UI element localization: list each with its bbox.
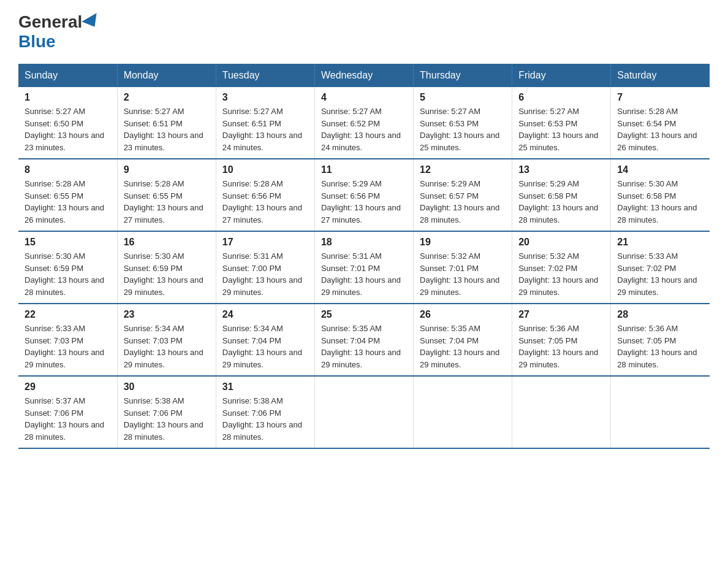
day-info: Sunrise: 5:32 AMSunset: 7:01 PMDaylight:… <box>420 250 506 298</box>
day-info: Sunrise: 5:32 AMSunset: 7:02 PMDaylight:… <box>518 250 604 298</box>
day-number: 11 <box>321 164 407 175</box>
calendar-cell: 31 Sunrise: 5:38 AMSunset: 7:06 PMDaylig… <box>216 376 314 448</box>
day-info: Sunrise: 5:35 AMSunset: 7:04 PMDaylight:… <box>420 323 506 370</box>
day-number: 26 <box>420 309 506 320</box>
day-number: 16 <box>124 237 210 248</box>
day-number: 5 <box>420 92 506 103</box>
day-number: 21 <box>617 237 703 248</box>
day-number: 4 <box>321 92 407 103</box>
calendar-cell: 18 Sunrise: 5:31 AMSunset: 7:01 PMDaylig… <box>314 231 413 304</box>
calendar-week-row: 15 Sunrise: 5:30 AMSunset: 6:59 PMDaylig… <box>18 231 710 304</box>
calendar-cell: 21 Sunrise: 5:33 AMSunset: 7:02 PMDaylig… <box>611 231 710 304</box>
calendar-table: SundayMondayTuesdayWednesdayThursdayFrid… <box>18 64 710 449</box>
calendar-cell: 23 Sunrise: 5:34 AMSunset: 7:03 PMDaylig… <box>117 304 216 376</box>
calendar-cell: 29 Sunrise: 5:37 AMSunset: 7:06 PMDaylig… <box>18 376 117 448</box>
day-number: 3 <box>222 92 308 103</box>
day-number: 7 <box>617 92 703 103</box>
page-header: General Blue <box>18 12 710 52</box>
day-number: 18 <box>321 237 407 248</box>
calendar-cell: 5 Sunrise: 5:27 AMSunset: 6:53 PMDayligh… <box>414 87 512 159</box>
day-info: Sunrise: 5:33 AMSunset: 7:03 PMDaylight:… <box>25 323 111 370</box>
calendar-week-row: 22 Sunrise: 5:33 AMSunset: 7:03 PMDaylig… <box>18 304 710 376</box>
calendar-header: SundayMondayTuesdayWednesdayThursdayFrid… <box>18 64 710 87</box>
calendar-cell: 26 Sunrise: 5:35 AMSunset: 7:04 PMDaylig… <box>414 304 512 376</box>
calendar-cell: 20 Sunrise: 5:32 AMSunset: 7:02 PMDaylig… <box>512 231 611 304</box>
weekday-header-row: SundayMondayTuesdayWednesdayThursdayFrid… <box>18 64 710 87</box>
calendar-cell: 14 Sunrise: 5:30 AMSunset: 6:58 PMDaylig… <box>611 159 710 231</box>
day-number: 10 <box>222 164 308 175</box>
day-info: Sunrise: 5:28 AMSunset: 6:54 PMDaylight:… <box>617 105 703 153</box>
day-number: 8 <box>25 164 111 175</box>
day-number: 27 <box>518 309 604 320</box>
day-info: Sunrise: 5:36 AMSunset: 7:05 PMDaylight:… <box>617 323 703 370</box>
calendar-cell: 19 Sunrise: 5:32 AMSunset: 7:01 PMDaylig… <box>414 231 512 304</box>
calendar-cell <box>611 376 710 448</box>
weekday-header-tuesday: Tuesday <box>216 64 314 87</box>
weekday-header-wednesday: Wednesday <box>314 64 413 87</box>
day-number: 31 <box>222 381 308 393</box>
day-info: Sunrise: 5:28 AMSunset: 6:55 PMDaylight:… <box>25 178 111 226</box>
day-info: Sunrise: 5:27 AMSunset: 6:50 PMDaylight:… <box>25 105 111 153</box>
calendar-cell: 1 Sunrise: 5:27 AMSunset: 6:50 PMDayligh… <box>18 87 117 159</box>
weekday-header-sunday: Sunday <box>18 64 117 87</box>
day-number: 19 <box>420 237 506 248</box>
calendar-cell: 28 Sunrise: 5:36 AMSunset: 7:05 PMDaylig… <box>611 304 710 376</box>
day-info: Sunrise: 5:30 AMSunset: 6:58 PMDaylight:… <box>617 178 703 226</box>
day-number: 6 <box>518 92 604 103</box>
day-number: 24 <box>222 309 308 320</box>
day-info: Sunrise: 5:33 AMSunset: 7:02 PMDaylight:… <box>617 250 703 298</box>
day-number: 13 <box>518 164 604 175</box>
calendar-cell: 22 Sunrise: 5:33 AMSunset: 7:03 PMDaylig… <box>18 304 117 376</box>
calendar-cell: 6 Sunrise: 5:27 AMSunset: 6:53 PMDayligh… <box>512 87 611 159</box>
calendar-cell: 27 Sunrise: 5:36 AMSunset: 7:05 PMDaylig… <box>512 304 611 376</box>
day-number: 25 <box>321 309 407 320</box>
day-info: Sunrise: 5:29 AMSunset: 6:57 PMDaylight:… <box>420 178 506 226</box>
weekday-header-saturday: Saturday <box>611 64 710 87</box>
calendar-cell: 13 Sunrise: 5:29 AMSunset: 6:58 PMDaylig… <box>512 159 611 231</box>
day-number: 22 <box>25 309 111 320</box>
day-info: Sunrise: 5:30 AMSunset: 6:59 PMDaylight:… <box>124 250 210 298</box>
day-info: Sunrise: 5:27 AMSunset: 6:51 PMDaylight:… <box>124 105 210 153</box>
day-info: Sunrise: 5:31 AMSunset: 7:01 PMDaylight:… <box>321 250 407 298</box>
day-info: Sunrise: 5:34 AMSunset: 7:04 PMDaylight:… <box>222 323 308 370</box>
calendar-cell: 2 Sunrise: 5:27 AMSunset: 6:51 PMDayligh… <box>117 87 216 159</box>
day-number: 9 <box>124 164 210 175</box>
calendar-cell <box>414 376 512 448</box>
day-number: 28 <box>617 309 703 320</box>
calendar-cell: 24 Sunrise: 5:34 AMSunset: 7:04 PMDaylig… <box>216 304 314 376</box>
day-info: Sunrise: 5:34 AMSunset: 7:03 PMDaylight:… <box>124 323 210 370</box>
day-info: Sunrise: 5:27 AMSunset: 6:51 PMDaylight:… <box>222 105 308 153</box>
logo-arrow-icon <box>82 13 102 31</box>
day-info: Sunrise: 5:27 AMSunset: 6:52 PMDaylight:… <box>321 105 407 153</box>
day-info: Sunrise: 5:35 AMSunset: 7:04 PMDaylight:… <box>321 323 407 370</box>
logo: General Blue <box>18 12 102 52</box>
day-info: Sunrise: 5:28 AMSunset: 6:55 PMDaylight:… <box>124 178 210 226</box>
calendar-cell: 15 Sunrise: 5:30 AMSunset: 6:59 PMDaylig… <box>18 231 117 304</box>
day-info: Sunrise: 5:36 AMSunset: 7:05 PMDaylight:… <box>518 323 604 370</box>
calendar-cell: 4 Sunrise: 5:27 AMSunset: 6:52 PMDayligh… <box>314 87 413 159</box>
calendar-cell <box>512 376 611 448</box>
calendar-cell: 30 Sunrise: 5:38 AMSunset: 7:06 PMDaylig… <box>117 376 216 448</box>
calendar-cell: 25 Sunrise: 5:35 AMSunset: 7:04 PMDaylig… <box>314 304 413 376</box>
calendar-cell: 8 Sunrise: 5:28 AMSunset: 6:55 PMDayligh… <box>18 159 117 231</box>
weekday-header-monday: Monday <box>117 64 216 87</box>
calendar-cell: 7 Sunrise: 5:28 AMSunset: 6:54 PMDayligh… <box>611 87 710 159</box>
day-info: Sunrise: 5:28 AMSunset: 6:56 PMDaylight:… <box>222 178 308 226</box>
day-number: 2 <box>124 92 210 103</box>
day-info: Sunrise: 5:27 AMSunset: 6:53 PMDaylight:… <box>420 105 506 153</box>
day-number: 20 <box>518 237 604 248</box>
day-number: 15 <box>25 237 111 248</box>
day-number: 29 <box>25 381 111 393</box>
calendar-cell: 11 Sunrise: 5:29 AMSunset: 6:56 PMDaylig… <box>314 159 413 231</box>
calendar-cell: 17 Sunrise: 5:31 AMSunset: 7:00 PMDaylig… <box>216 231 314 304</box>
calendar-cell: 16 Sunrise: 5:30 AMSunset: 6:59 PMDaylig… <box>117 231 216 304</box>
calendar-cell: 9 Sunrise: 5:28 AMSunset: 6:55 PMDayligh… <box>117 159 216 231</box>
day-number: 12 <box>420 164 506 175</box>
day-info: Sunrise: 5:37 AMSunset: 7:06 PMDaylight:… <box>25 395 111 443</box>
day-number: 1 <box>25 92 111 103</box>
calendar-body: 1 Sunrise: 5:27 AMSunset: 6:50 PMDayligh… <box>18 87 710 448</box>
day-info: Sunrise: 5:31 AMSunset: 7:00 PMDaylight:… <box>222 250 308 298</box>
day-number: 23 <box>124 309 210 320</box>
day-info: Sunrise: 5:29 AMSunset: 6:58 PMDaylight:… <box>518 178 604 226</box>
calendar-cell: 12 Sunrise: 5:29 AMSunset: 6:57 PMDaylig… <box>414 159 512 231</box>
